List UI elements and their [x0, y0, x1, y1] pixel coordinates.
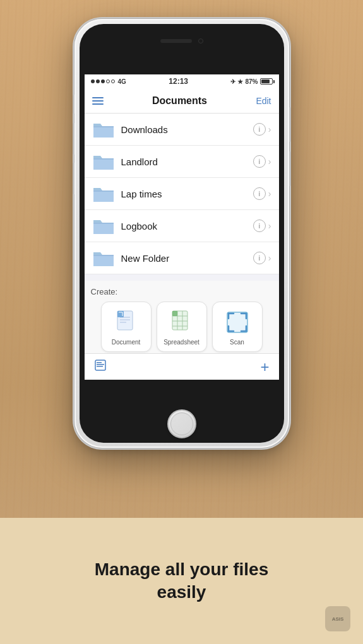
- status-right-area: ✈ ★ 87%: [230, 78, 272, 85]
- battery-fill: [261, 79, 270, 83]
- info-button-logbook[interactable]: i: [253, 220, 266, 232]
- file-item-newfolder[interactable]: New Folder i ›: [85, 242, 279, 274]
- info-button-landlord[interactable]: i: [253, 155, 266, 168]
- signal-dot-5: [111, 79, 115, 83]
- side-button-right: [289, 107, 291, 142]
- file-item-logbook[interactable]: Logbook i ›: [85, 210, 279, 242]
- speaker: [160, 39, 192, 43]
- svg-rect-25: [95, 360, 105, 370]
- svg-rect-27: [97, 364, 104, 365]
- hamburger-menu-button[interactable]: [92, 97, 104, 105]
- info-button-downloads[interactable]: i: [253, 123, 266, 136]
- svg-rect-28: [97, 366, 103, 367]
- phone-shell: 4G 12:13 ✈ ★ 87% Do: [74, 19, 289, 448]
- side-button-volume-down: [73, 163, 74, 194]
- folder-icon-logbook: [92, 216, 115, 235]
- file-name-laptimes: Lap times: [121, 189, 253, 199]
- create-spreadsheet-button[interactable]: Spreadsheet: [157, 302, 207, 352]
- file-name-landlord: Landlord: [121, 156, 253, 167]
- file-item-laptimes[interactable]: Lap times i ›: [85, 178, 279, 210]
- tagline-line1: Manage all your files: [95, 559, 268, 579]
- watermark-text: ASIS: [332, 616, 344, 622]
- screen: 4G 12:13 ✈ ★ 87% Do: [85, 74, 279, 380]
- create-spreadsheet-label: Spreadsheet: [164, 339, 199, 346]
- front-camera: [198, 38, 203, 44]
- file-item-landlord[interactable]: Landlord i ›: [85, 146, 279, 178]
- create-document-button[interactable]: Document: [101, 302, 152, 352]
- chevron-newfolder: ›: [268, 253, 271, 263]
- folder-icon-laptimes: [92, 184, 115, 203]
- hamburger-line-1: [92, 97, 104, 98]
- phone-inner-bezel: 4G 12:13 ✈ ★ 87% Do: [80, 24, 284, 443]
- documents-toolbar-icon[interactable]: [94, 359, 107, 375]
- status-bar: 4G 12:13 ✈ ★ 87%: [85, 74, 279, 88]
- signal-dot-4: [106, 79, 110, 83]
- signal-area: 4G: [91, 78, 126, 85]
- chevron-laptimes: ›: [268, 189, 271, 199]
- watermark: ASIS: [325, 606, 350, 631]
- file-name-logbook: Logbook: [121, 221, 253, 231]
- svg-rect-13: [172, 311, 177, 316]
- side-button-volume-up: [73, 123, 74, 155]
- status-time: 12:13: [169, 77, 188, 86]
- hamburger-line-3: [92, 103, 104, 105]
- wifi-icon: ✈: [230, 78, 235, 85]
- chevron-logbook: ›: [268, 221, 271, 231]
- bottom-section: Manage all your files easily ASIS: [0, 518, 363, 644]
- battery-icon: [260, 78, 273, 85]
- file-name-newfolder: New Folder: [121, 253, 253, 264]
- info-button-newfolder[interactable]: i: [253, 252, 266, 264]
- file-name-downloads: Downloads: [121, 124, 253, 135]
- page-title: Documents: [152, 95, 207, 107]
- create-document-label: Document: [112, 339, 141, 346]
- folder-icon-newfolder: [92, 249, 115, 267]
- folder-icon-downloads: [92, 120, 115, 139]
- svg-rect-14: [227, 312, 247, 332]
- side-button-left: [73, 95, 74, 114]
- side-button-right-2: [289, 151, 291, 186]
- tagline: Manage all your files easily: [95, 558, 268, 604]
- signal-dot-3: [101, 79, 105, 83]
- home-button-inner: [170, 413, 193, 435]
- navigation-bar: Documents Edit: [85, 88, 279, 114]
- bluetooth-icon: ★: [237, 78, 243, 85]
- signal-dot-2: [96, 79, 100, 83]
- chevron-landlord: ›: [268, 156, 271, 167]
- create-row-1: Document: [91, 302, 273, 352]
- file-list: Downloads i › Landlord i ›: [85, 114, 279, 274]
- network-type: 4G: [118, 78, 126, 85]
- tagline-line2: easily: [157, 582, 206, 602]
- home-button[interactable]: [167, 409, 196, 438]
- folder-icon-landlord: [92, 152, 115, 171]
- svg-rect-26: [97, 362, 102, 363]
- battery-percent: 87%: [245, 78, 258, 85]
- create-label: Create:: [91, 287, 273, 296]
- edit-button[interactable]: Edit: [256, 96, 271, 106]
- info-button-laptimes[interactable]: i: [253, 187, 266, 200]
- phone-top-area: [80, 32, 284, 50]
- bottom-toolbar: +: [85, 353, 279, 380]
- file-item-downloads[interactable]: Downloads i ›: [85, 114, 279, 146]
- signal-dot-1: [91, 79, 95, 83]
- create-scan-button[interactable]: Scan: [212, 302, 263, 352]
- hamburger-line-2: [92, 100, 104, 102]
- chevron-downloads: ›: [268, 124, 271, 134]
- add-button[interactable]: +: [260, 358, 269, 376]
- create-scan-label: Scan: [230, 339, 244, 346]
